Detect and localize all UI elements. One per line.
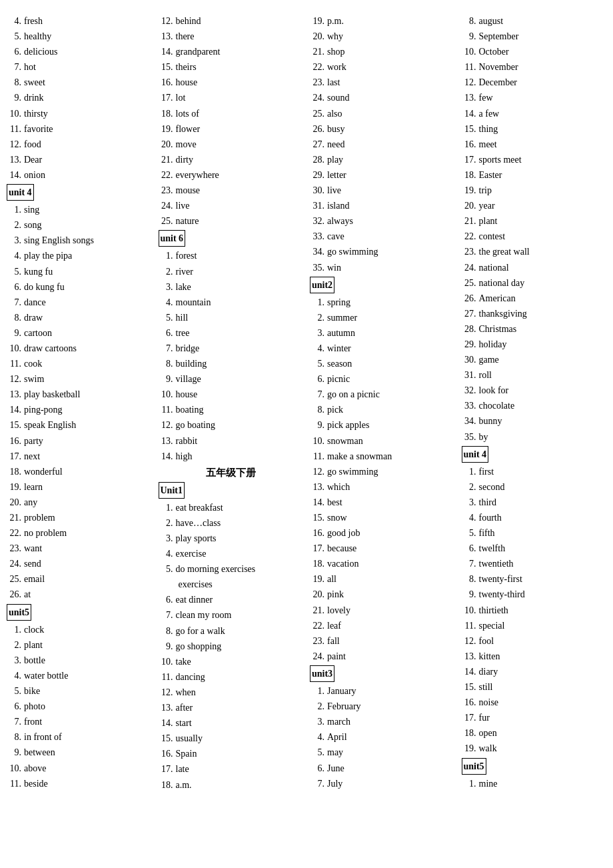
- list-item: 34.bunny: [462, 413, 607, 429]
- list-item: 6.delicious: [7, 44, 152, 59]
- list-item: 7.bridge: [159, 341, 304, 356]
- list-item: 22.contest: [462, 229, 607, 244]
- column-1: 4.fresh5.healthy6.delicious7.hot8.sweet9…: [7, 13, 152, 791]
- list-item: 20.year: [462, 198, 607, 213]
- list-item: 4.play the pipa: [7, 248, 152, 263]
- list-item: 16.good job: [310, 525, 455, 541]
- list-item: 32.always: [310, 213, 455, 229]
- list-item: 19.all: [310, 571, 455, 587]
- list-item: 4.fresh: [7, 13, 152, 29]
- list-item: 5.season: [310, 356, 455, 371]
- list-item: 10.house: [159, 387, 304, 402]
- list-item: 16.party: [7, 433, 152, 449]
- list-item: 23.last: [310, 75, 455, 90]
- list-item: 2.summer: [310, 310, 455, 325]
- column-4: 8.august9.September10.October11.November…: [462, 13, 607, 791]
- column-3: 19.p.m.20.why21.shop22.work23.last24.sou…: [310, 13, 455, 791]
- list-item: 4.April: [310, 729, 455, 745]
- list-item: 6.tree: [159, 325, 304, 341]
- list-item: 13.which: [310, 479, 455, 495]
- unit-label: unit 6: [159, 229, 304, 248]
- list-item: 27.thanksgiving: [462, 306, 607, 321]
- list-item: 7.hot: [7, 59, 152, 75]
- list-item: 16.noise: [462, 695, 607, 710]
- list-item: 17.late: [159, 761, 304, 777]
- list-item: 8.pick: [310, 402, 455, 417]
- list-item: 8.go for a walk: [159, 623, 304, 639]
- list-item: 3.lake: [159, 279, 304, 295]
- list-item: 18.Easter: [462, 167, 607, 183]
- list-item: 13.Dear: [7, 152, 152, 167]
- list-item: 3.play sports: [159, 531, 304, 546]
- section-header: 五年级下册: [159, 467, 304, 479]
- list-item: 8.august: [462, 13, 607, 29]
- list-item: 1.forest: [159, 248, 304, 263]
- list-item: 5.kung fu: [7, 264, 152, 279]
- list-item: 33.chocolate: [462, 398, 607, 413]
- list-item: 4.winter: [310, 341, 455, 356]
- list-item: 5.healthy: [7, 29, 152, 44]
- list-item: 16.house: [159, 75, 304, 90]
- list-item: 7.July: [310, 776, 455, 791]
- list-item: 13.few: [462, 90, 607, 105]
- list-item: 10.snowman: [310, 433, 455, 449]
- list-item: 26.busy: [310, 121, 455, 137]
- list-item: 3.third: [462, 495, 607, 510]
- list-item: 18.a.m.: [159, 777, 304, 793]
- list-item: 24.sound: [310, 90, 455, 105]
- list-item: 19.flower: [159, 121, 304, 137]
- list-item: 7.dance: [7, 295, 152, 310]
- list-item: 23.mouse: [159, 183, 304, 198]
- list-item: 24.national: [462, 260, 607, 275]
- list-item: 2.river: [159, 264, 304, 279]
- list-item: 25.also: [310, 106, 455, 121]
- list-item: 1.eat breakfast: [159, 500, 304, 515]
- list-item: 6.picnic: [310, 371, 455, 387]
- list-item: 11.cook: [7, 356, 152, 371]
- list-item: 18.vacation: [310, 556, 455, 571]
- list-item: 12.go boating: [159, 417, 304, 433]
- list-item: 14.onion: [7, 167, 152, 183]
- list-item: 5.bike: [7, 683, 152, 699]
- main-content: 4.fresh5.healthy6.delicious7.hot8.sweet9…: [7, 13, 606, 793]
- list-item: 21.shop: [310, 44, 455, 59]
- list-item: 30.game: [462, 352, 607, 367]
- list-item: 23.the great wall: [462, 244, 607, 259]
- list-item: 21.lovely: [310, 603, 455, 618]
- list-item: 30.live: [310, 183, 455, 198]
- list-item: 9.twenty-third: [462, 587, 607, 602]
- list-item: 3.autumn: [310, 325, 455, 341]
- list-item: 20.move: [159, 137, 304, 152]
- list-item: 27.need: [310, 137, 455, 152]
- list-item: 11.beside: [7, 776, 152, 791]
- list-item: 10.draw cartoons: [7, 341, 152, 356]
- unit-label: unit2: [310, 275, 455, 295]
- list-item: 7.go on a picnic: [310, 387, 455, 402]
- list-item: 25.national day: [462, 275, 607, 291]
- list-item: 18.open: [462, 725, 607, 741]
- list-item: 17.lot: [159, 90, 304, 105]
- list-item: 21.problem: [7, 510, 152, 525]
- list-item: 15.still: [462, 679, 607, 695]
- list-item: 9.village: [159, 371, 304, 387]
- list-item: 12.when: [159, 685, 304, 700]
- list-item: 21.plant: [462, 213, 607, 229]
- list-item: 32.look for: [462, 383, 607, 398]
- list-item: 14.grandparent: [159, 44, 304, 59]
- list-item: 22.leaf: [310, 618, 455, 633]
- list-item: 25.email: [7, 571, 152, 587]
- list-item: 6.June: [310, 761, 455, 776]
- list-item: 21.dirty: [159, 152, 304, 167]
- list-item: 8.in front of: [7, 729, 152, 745]
- list-item: 14.start: [159, 715, 304, 731]
- list-item: 19.walk: [462, 741, 607, 756]
- list-item: 8.twenty-first: [462, 571, 607, 587]
- list-item: 9.pick apples: [310, 417, 455, 433]
- list-item: 2.plant: [7, 637, 152, 653]
- list-item: 28.Christmas: [462, 321, 607, 337]
- list-item: 26.American: [462, 291, 607, 306]
- list-item: 15.usually: [159, 731, 304, 746]
- list-item: 5.hill: [159, 310, 304, 325]
- list-item: 22.no problem: [7, 525, 152, 541]
- list-item: 1.clock: [7, 622, 152, 637]
